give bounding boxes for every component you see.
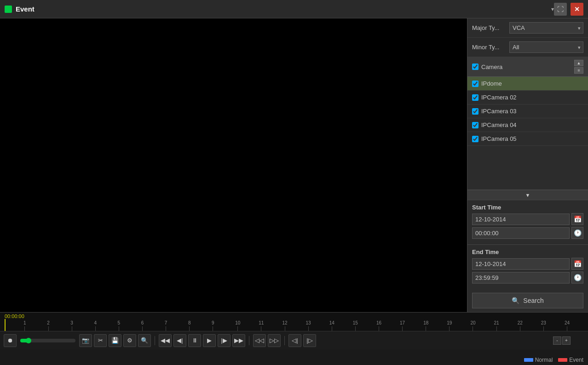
zoom-out-btn[interactable]: - (553, 336, 561, 345)
step-back-btn[interactable]: ◀| (173, 334, 186, 347)
ruler-tick-18: 18 (423, 320, 428, 331)
ruler-num-22: 22 (518, 320, 523, 325)
camera-all-checkbox[interactable] (472, 64, 478, 70)
ruler-num-4: 4 (94, 320, 97, 325)
ruler-num-6: 6 (141, 320, 144, 325)
minor-type-row: Minor Ty... All Line Crossing Intrusion … (467, 38, 588, 57)
ruler-line-20 (473, 326, 473, 331)
zoom-in-btn[interactable]: + (562, 336, 571, 345)
ruler-tick-21: 21 (494, 320, 499, 331)
camera-item[interactable]: IPCamera 05 (467, 132, 588, 146)
start-date-input[interactable] (472, 214, 570, 225)
title-icon (5, 6, 12, 13)
timeline-area: 00:00:00 1234567891011121314151617181920… (0, 312, 588, 365)
ruler-line-5 (119, 326, 119, 331)
ruler-tick-15: 15 (353, 320, 358, 331)
ruler-line-22 (520, 326, 520, 331)
end-time-label: End Time (472, 249, 583, 255)
ruler-tick-9: 9 (212, 320, 214, 331)
ruler-num-15: 15 (353, 320, 358, 325)
pause-btn[interactable]: ⏸ (188, 334, 201, 347)
snapshot-btn[interactable]: 📷 (79, 334, 92, 347)
close-button[interactable]: ✕ (571, 3, 583, 16)
start-time-section: Start Time 📅 🕐 (467, 200, 588, 244)
end-time-row: 🕐 (472, 272, 583, 284)
legend: Normal Event (524, 357, 583, 363)
camera-scroll-down[interactable]: ▼ (467, 190, 588, 200)
camera-checkbox-0[interactable] (472, 81, 478, 87)
ruler-tick-3: 3 (70, 320, 73, 331)
camera-item[interactable]: IPCamera 02 (467, 91, 588, 104)
title-bar: Event ▾ ⛶ ✕ (0, 0, 588, 18)
ruler-tick-10: 10 (235, 320, 240, 331)
ruler-num-20: 20 (470, 320, 475, 325)
start-date-row: 📅 (472, 213, 583, 225)
end-date-input[interactable] (472, 258, 570, 270)
camera-checkbox-1[interactable] (472, 94, 478, 101)
separator-1 (155, 336, 155, 345)
camera-checkbox-4[interactable] (472, 136, 478, 142)
search-small-btn[interactable]: 🔍 (138, 334, 151, 347)
ruler-tick-7: 7 (165, 320, 167, 331)
separator-3 (284, 336, 285, 345)
progress-thumb[interactable] (26, 338, 31, 343)
tool-record-btn[interactable]: ⏺ (4, 334, 17, 347)
camera-item[interactable]: IPdome (467, 77, 588, 91)
ruler-num-19: 19 (447, 320, 452, 325)
camera-scroll-line[interactable]: ≡ (574, 67, 583, 74)
ruler-num-13: 13 (306, 320, 311, 325)
ruler-line-24 (567, 326, 567, 331)
start-time-clock-btn[interactable]: 🕐 (571, 227, 583, 239)
end-date-calendar-btn[interactable]: 📅 (571, 258, 583, 270)
ruler-line-15 (355, 326, 356, 331)
camera-item[interactable]: IPCamera 03 (467, 104, 588, 118)
camera-name-1: IPCamera 02 (481, 94, 517, 101)
ruler-num-18: 18 (423, 320, 428, 325)
ruler-line-14 (332, 326, 332, 331)
ruler-num-9: 9 (212, 320, 214, 325)
slow-btn[interactable]: ◁◁ (253, 334, 266, 347)
frame-back-btn[interactable]: ◁| (288, 334, 301, 347)
play-btn[interactable]: ▶ (203, 334, 216, 347)
legend-event: Event (558, 357, 583, 363)
ruler-num-11: 11 (259, 320, 264, 325)
major-type-select[interactable]: VCA Alarm Exception All (509, 22, 583, 34)
major-type-select-wrapper: VCA Alarm Exception All ▾ (509, 22, 583, 34)
start-time-label: Start Time (472, 204, 583, 211)
play-prev-btn[interactable]: ◀◀ (159, 334, 172, 347)
clip-btn[interactable]: ✂ (94, 334, 107, 347)
camera-item[interactable]: IPCamera 04 (467, 118, 588, 132)
ruler-tick-23: 23 (541, 320, 546, 331)
ruler-line-21 (496, 326, 497, 331)
ruler-line-12 (285, 326, 285, 331)
ruler-num-2: 2 (47, 320, 50, 325)
camera-scroll-up[interactable]: ▲ (574, 60, 583, 66)
camera-header: Camera ▲ ≡ (467, 57, 588, 77)
step-fwd-btn[interactable]: |▶ (218, 334, 231, 347)
start-time-row: 🕐 (472, 227, 583, 239)
minor-type-select[interactable]: All Line Crossing Intrusion Motion (509, 41, 583, 53)
play-next-btn[interactable]: ▶▶ (232, 334, 245, 347)
camera-section: Camera ▲ ≡ IPdomeIPCamera 02IPCamera 03I… (467, 57, 588, 200)
settings-btn[interactable]: ⚙ (123, 334, 136, 347)
ruler-line-1 (24, 326, 25, 331)
normal-color-swatch (524, 358, 533, 362)
end-time-clock-btn[interactable]: 🕐 (571, 272, 583, 284)
title-controls: ⛶ ✕ (554, 3, 583, 16)
search-label: Search (523, 297, 543, 304)
camera-checkbox-2[interactable] (472, 108, 478, 115)
search-button[interactable]: 🔍 Search (472, 293, 583, 308)
backup-btn[interactable]: 💾 (109, 334, 121, 347)
end-date-row: 📅 (472, 258, 583, 270)
ruler-line-16 (379, 326, 379, 331)
maximize-button[interactable]: ⛶ (554, 3, 567, 16)
start-time-input[interactable] (472, 227, 570, 239)
frame-fwd-btn[interactable]: |▷ (303, 334, 316, 347)
speed-btn[interactable]: ▷▷ (268, 334, 281, 347)
minor-type-label: Minor Ty... (472, 44, 507, 51)
end-time-input[interactable] (472, 272, 570, 284)
camera-checkbox-3[interactable] (472, 122, 478, 128)
start-date-calendar-btn[interactable]: 📅 (571, 213, 583, 225)
event-label: Event (569, 357, 583, 363)
search-icon: 🔍 (512, 297, 519, 304)
